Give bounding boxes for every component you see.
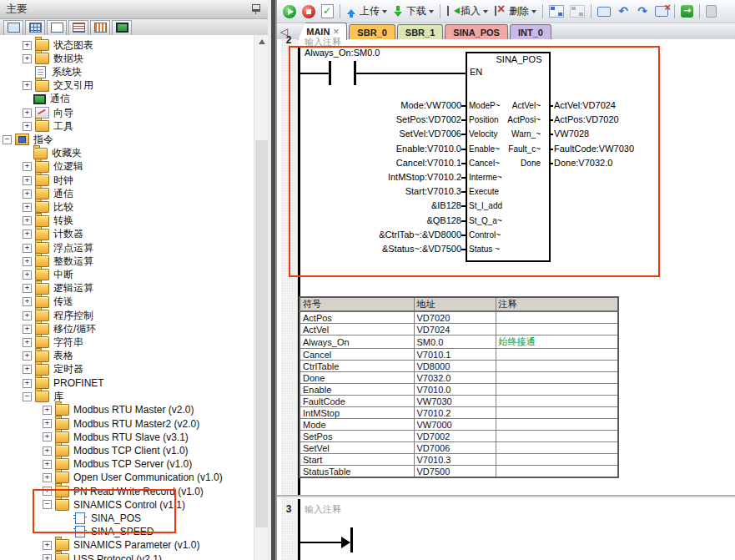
symbol-table-cell[interactable]: SetVel: [300, 442, 414, 454]
dropdown-caret-icon[interactable]: [531, 10, 536, 16]
tree-item[interactable]: +传送: [23, 295, 73, 309]
tree-item[interactable]: −SINAMICS Control (v1.1): [43, 498, 185, 512]
symbol-table-cell[interactable]: V7032.0: [414, 372, 496, 384]
tree-item[interactable]: +转换: [23, 214, 73, 228]
expand-plus-icon[interactable]: +: [23, 176, 32, 185]
symbol-table-cell[interactable]: VD7024: [414, 324, 496, 335]
symbol-table-cell[interactable]: [496, 384, 618, 396]
symbol-table-cell[interactable]: [496, 349, 618, 361]
tab-int0[interactable]: INT_0: [510, 24, 551, 40]
dropdown-caret-icon[interactable]: [429, 10, 434, 16]
expand-plus-icon[interactable]: +: [23, 162, 32, 171]
tab-sbr1[interactable]: SBR_1: [397, 24, 443, 40]
symbol-table-cell[interactable]: VD8000: [414, 361, 496, 372]
tree-item[interactable]: +Modbus RTU Master (v2.0): [43, 403, 194, 416]
tree-item[interactable]: +数据块: [23, 52, 83, 65]
tree-item[interactable]: +位逻辑: [23, 160, 83, 174]
tree-item[interactable]: +PN Read Write Record (v1.0): [43, 485, 204, 498]
symbol-table-cell[interactable]: VD7006: [414, 442, 496, 454]
tab-sina-pos[interactable]: SINA_POS: [445, 24, 508, 40]
symbol-table-cell[interactable]: [496, 324, 618, 335]
delete-button[interactable]: 删除: [491, 3, 539, 20]
tree-item[interactable]: +计数器: [23, 228, 83, 241]
expand-plus-icon[interactable]: +: [43, 432, 52, 441]
pou-network-button[interactable]: [546, 3, 566, 19]
tab-sbr0[interactable]: SBR_0: [349, 24, 395, 40]
expand-plus-icon[interactable]: +: [43, 460, 52, 469]
run-button[interactable]: [280, 3, 299, 20]
tree-item[interactable]: SINA_SPEED: [63, 525, 154, 538]
symbol-table-cell[interactable]: Always_On: [300, 335, 414, 349]
expand-plus-icon[interactable]: +: [43, 419, 52, 428]
symbol-table-cell[interactable]: V7010.2: [414, 407, 496, 419]
pou-network2-button[interactable]: [567, 3, 587, 19]
stop-button[interactable]: [300, 3, 318, 20]
tree-item[interactable]: +向导: [23, 106, 73, 119]
expand-plus-icon[interactable]: +: [23, 216, 32, 225]
tree-item[interactable]: +中断: [23, 268, 73, 281]
expand-plus-icon[interactable]: +: [23, 379, 32, 388]
expand-plus-icon[interactable]: +: [23, 284, 32, 293]
expand-plus-icon[interactable]: +: [23, 54, 32, 63]
tree-item[interactable]: +Modbus RTU Slave (v3.1): [43, 431, 189, 444]
undo-button[interactable]: [614, 3, 632, 20]
tree-item[interactable]: 通信: [23, 93, 70, 106]
tree-item[interactable]: +Modbus TCP Server (v1.0): [43, 457, 192, 471]
data-block-view-button[interactable]: [68, 20, 88, 36]
comment-toggle-button[interactable]: [595, 5, 613, 18]
expand-plus-icon[interactable]: +: [23, 122, 32, 131]
symbol-table-cell[interactable]: [496, 454, 618, 466]
delete-network-button[interactable]: [652, 4, 671, 18]
symbol-table-cell[interactable]: 始终接通: [496, 335, 618, 349]
expand-plus-icon[interactable]: +: [43, 554, 52, 560]
tree-item[interactable]: +逻辑运算: [23, 282, 93, 295]
collapse-minus-icon[interactable]: −: [43, 500, 52, 509]
symbol-table-cell[interactable]: Start: [300, 454, 414, 466]
expand-plus-icon[interactable]: +: [23, 311, 32, 320]
collapse-minus-icon[interactable]: −: [23, 392, 32, 401]
tree-item[interactable]: +比较: [23, 200, 73, 214]
expand-plus-icon[interactable]: +: [43, 541, 52, 550]
symbol-table-cell[interactable]: ActVel: [300, 324, 414, 335]
tree-item[interactable]: +状态图表: [23, 38, 93, 52]
expand-plus-icon[interactable]: +: [23, 351, 32, 361]
tree-item[interactable]: +浮点运算: [23, 241, 93, 255]
tree-item[interactable]: SINA_POS: [63, 512, 141, 525]
expand-plus-icon[interactable]: +: [23, 270, 32, 280]
panel-splitter[interactable]: [268, 0, 277, 560]
tree-item[interactable]: +程序控制: [23, 309, 93, 322]
cross-reference-view-button[interactable]: [90, 20, 110, 36]
symbol-table-cell[interactable]: FaultCode: [300, 396, 414, 407]
expand-plus-icon[interactable]: +: [23, 257, 32, 266]
tree-item[interactable]: −指令: [3, 133, 53, 146]
tree-item[interactable]: +工具: [23, 119, 73, 133]
symbol-table-cell[interactable]: [496, 361, 618, 372]
tree-item[interactable]: +时钟: [23, 174, 73, 187]
expand-plus-icon[interactable]: +: [23, 297, 32, 306]
symbol-table-cell[interactable]: [496, 419, 618, 431]
compile-button[interactable]: [319, 3, 336, 20]
tree-item[interactable]: 收藏夹: [23, 147, 82, 160]
symbol-table-cell[interactable]: SetPos: [300, 431, 414, 442]
tree-item[interactable]: +Open User Communication (v1.0): [43, 471, 223, 484]
symbol-table-cell[interactable]: [496, 407, 618, 419]
symbol-table-cell[interactable]: ActPos: [300, 311, 414, 324]
tree-item[interactable]: 系统块: [23, 65, 82, 78]
symbol-table-cell[interactable]: [496, 372, 618, 384]
scrollbar-thumb[interactable]: [255, 140, 268, 527]
symbol-table-cell[interactable]: Enable: [300, 384, 414, 396]
expand-plus-icon[interactable]: +: [43, 446, 52, 456]
project-view-button[interactable]: [3, 20, 23, 36]
symbol-table-cell[interactable]: VW7000: [414, 419, 496, 431]
download-button[interactable]: 下载: [390, 3, 436, 20]
tree-item[interactable]: +USS Protocol (v2.1): [43, 552, 162, 560]
expand-plus-icon[interactable]: +: [43, 473, 52, 482]
network2-comment[interactable]: 输入注释: [305, 36, 341, 48]
symbol-table-cell[interactable]: Cancel: [300, 349, 414, 361]
tree-item[interactable]: +定时器: [23, 363, 83, 376]
symbol-table-cell[interactable]: [496, 431, 618, 442]
expand-plus-icon[interactable]: +: [23, 41, 32, 50]
expand-plus-icon[interactable]: +: [23, 230, 32, 239]
symbol-table-cell[interactable]: VD7500: [414, 466, 496, 478]
communications-view-button[interactable]: [112, 20, 132, 36]
